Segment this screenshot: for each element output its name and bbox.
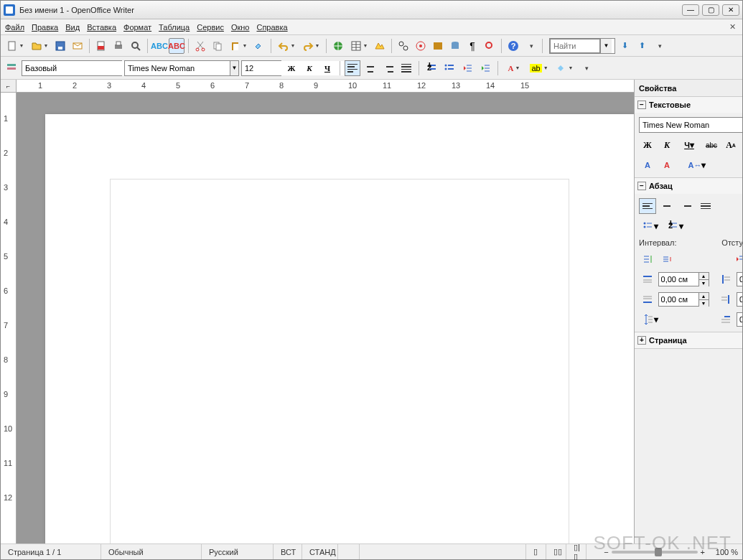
help-button[interactable]: ? [505,38,521,54]
side-align-left[interactable] [639,198,656,214]
font-input[interactable] [125,61,230,75]
zoom-value[interactable]: 100 % [708,548,738,556]
page[interactable] [45,114,634,543]
find-replace-button[interactable] [396,38,411,54]
underline-button[interactable]: Ч [319,60,335,76]
menu-window[interactable]: Окно [231,23,250,32]
spellcheck-button[interactable]: ABC [151,38,167,54]
copy-button[interactable] [210,38,225,54]
align-center-button[interactable] [363,60,378,76]
side-bullets-button[interactable]: ▾ [639,218,662,234]
text-section-header[interactable]: − Текстовые [635,97,742,113]
view-multi-button[interactable]: ▯▯ [546,544,566,559]
spacing-dec-button[interactable] [658,251,676,267]
find-next-button[interactable]: ⬇ [617,38,632,54]
indent-left-spinner[interactable]: ▲▼ [737,272,742,286]
firstline-spinner[interactable]: ▲▼ [737,312,742,327]
line-spacing-button[interactable]: ▾ [639,312,662,327]
toolbar-overflow[interactable]: ▾ [523,38,538,54]
font-combo[interactable]: ▼ [124,60,239,76]
align-right-button[interactable] [380,60,396,76]
side-align-center[interactable] [658,198,676,214]
style-input[interactable] [22,61,127,75]
side-font-input[interactable] [640,118,742,132]
find-prev-button[interactable]: ⬆ [634,38,650,54]
menu-view[interactable]: Вид [65,23,80,32]
side-bold-button[interactable]: Ж [639,137,656,153]
table-button[interactable]: ▼ [347,38,370,54]
side-align-right[interactable] [678,198,695,214]
char-spacing-button[interactable]: A↔ ▾ [686,157,709,173]
side-strike-button[interactable]: abc [703,137,720,153]
cut-button[interactable] [192,38,208,54]
decrease-indent-button[interactable] [459,60,475,76]
increase-indent-button[interactable] [477,60,493,76]
side-fontcolor-button[interactable]: A ▾ [739,157,742,173]
preview-button[interactable] [128,38,144,54]
font-color-button[interactable]: A▼ [503,60,525,76]
find-overflow[interactable]: ▾ [651,38,667,54]
view-single-button[interactable]: ▯ [526,544,546,559]
vertical-ruler[interactable]: 123456789101112 [1,93,17,543]
status-page[interactable]: Страница 1 / 1 [1,544,101,559]
zoom-out-icon[interactable]: − [604,548,608,556]
side-italic-button[interactable]: К [658,137,676,153]
navigator-button[interactable] [413,38,429,54]
zoom-slider[interactable]: − + 100 % [587,548,742,556]
menu-file[interactable]: Файл [5,23,24,32]
close-button[interactable]: ✕ [722,4,739,16]
status-style[interactable]: Обычный [101,544,202,559]
fmt-overflow[interactable]: ▾ [578,60,594,76]
doc-close-button[interactable]: ✕ [726,22,738,33]
side-super-button[interactable]: AA [722,137,739,153]
open-button[interactable]: ▼ [28,38,51,54]
text-effect2-button[interactable]: A [658,157,676,173]
horizontal-ruler[interactable]: 123456789101112131415 [17,80,634,92]
numbered-list-button[interactable]: 12 [424,60,439,76]
redo-button[interactable]: ▼ [299,38,322,54]
paste-button[interactable]: ▼ [227,38,250,54]
menu-edit[interactable]: Правка [32,23,58,32]
styles-button[interactable] [4,60,19,76]
draw-button[interactable] [372,38,388,54]
menu-table[interactable]: Таблица [159,23,190,32]
find-input[interactable] [550,39,600,53]
save-button[interactable] [52,38,68,54]
space-above-spinner[interactable]: ▲▼ [658,272,709,286]
menu-insert[interactable]: Вставка [87,23,116,32]
indent-dec-button[interactable] [732,251,742,267]
maximize-button[interactable]: ▢ [702,4,719,16]
menu-help[interactable]: Справка [256,23,287,32]
undo-button[interactable]: ▼ [275,38,298,54]
bullet-list-button[interactable] [441,60,457,76]
text-effect1-button[interactable]: A [639,157,656,173]
bgcolor-button[interactable]: ▼ [553,60,576,76]
align-justify-button[interactable] [398,60,414,76]
side-align-justify[interactable] [697,198,714,214]
view-book-button[interactable]: ▯|▯ [566,544,587,559]
menu-format[interactable]: Формат [123,23,151,32]
pdf-export-button[interactable] [93,38,109,54]
highlight-button[interactable]: ab▼ [528,60,551,76]
status-sig[interactable] [338,544,360,559]
format-paint-button[interactable] [251,38,267,54]
status-insert[interactable]: ВСТ [274,544,302,559]
spacing-inc-button[interactable] [639,251,656,267]
editor-scroll[interactable] [17,93,634,543]
nonprinting-button[interactable]: ¶ [464,38,480,54]
para-section-header[interactable]: − Абзац [635,178,742,194]
style-combo[interactable]: ▼ [22,60,122,76]
autospell-button[interactable]: ABC [169,38,184,54]
status-lang[interactable]: Русский [202,544,274,559]
side-underline-button[interactable]: Ч ▾ [678,137,701,153]
gallery-button[interactable] [430,38,446,54]
zoom-button[interactable] [482,38,497,54]
page-section-header[interactable]: + Страница [635,332,742,348]
side-numbers-button[interactable]: 12 ▾ [664,218,687,234]
datasource-button[interactable] [447,38,463,54]
menu-tools[interactable]: Сервис [197,23,224,32]
zoom-in-icon[interactable]: + [701,548,705,556]
space-below-spinner[interactable]: ▲▼ [658,292,709,307]
hyperlink-button[interactable] [330,38,346,54]
align-left-button[interactable] [345,60,360,76]
